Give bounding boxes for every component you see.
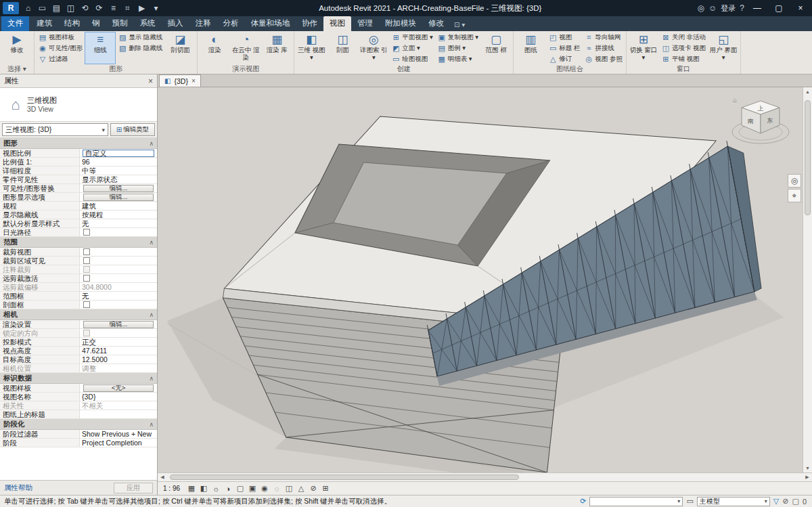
press-drag-icon[interactable]: ▢ <box>792 497 798 506</box>
active-workset-combo[interactable]: ▾ <box>589 497 683 506</box>
close-inactive-button[interactable]: ⊠关闭 非活动 <box>659 32 708 43</box>
checkbox[interactable] <box>83 229 90 236</box>
show-crop-button[interactable]: ▣ <box>246 483 258 494</box>
view-template-button[interactable]: ▤视图样板 <box>36 32 85 43</box>
vertical-scroll-thumb[interactable] <box>805 100 811 215</box>
view-tab-3d[interactable]: ◧ {3D} × <box>159 74 201 87</box>
title-block-button[interactable]: ▭标题 栏 <box>546 43 582 53</box>
ribbon-tab-9[interactable]: 体量和场地 <box>245 16 296 31</box>
viewcube[interactable]: 上 南 东 ⌂ <box>728 91 793 159</box>
ribbon-tab-12[interactable]: 管理 <box>351 16 379 31</box>
section-header[interactable]: 范围∧ <box>0 237 157 248</box>
horizontal-scrollbar[interactable]: ◀ ▶ <box>158 472 812 481</box>
legends-button[interactable]: ▤图例 ▾ <box>435 43 480 53</box>
search-icon[interactable]: ◎ <box>698 3 704 13</box>
checkbox[interactable] <box>83 248 90 255</box>
tab-views-button[interactable]: ◫选项卡 视图 <box>659 43 708 53</box>
value-input[interactable]: 自定义 <box>83 150 154 157</box>
section-header[interactable]: 相机∧ <box>0 309 157 320</box>
constraints-button[interactable]: ⊘ <box>307 483 319 494</box>
ribbon-tab-14[interactable]: 修改 <box>422 16 450 31</box>
analytical-model-button[interactable]: △ <box>295 483 307 494</box>
user-icon[interactable]: ☺ <box>708 3 717 13</box>
section-header[interactable]: 标识数据∧ <box>0 373 157 384</box>
edit-type-button[interactable]: ⊞ 编辑类型 <box>110 123 155 136</box>
cut-profile-button[interactable]: ◪剖切面 <box>164 32 196 64</box>
app-menu-icon[interactable]: R <box>3 2 19 14</box>
properties-help-link[interactable]: 属性帮助 <box>4 483 32 493</box>
visibility-graphics-button[interactable]: ◉可见性/图形 <box>36 43 85 53</box>
checkbox[interactable] <box>83 301 90 308</box>
worksharing-display-button[interactable]: ⊞ <box>319 483 332 494</box>
section-button[interactable]: ◫剖面 <box>327 32 358 64</box>
sun-path-button[interactable]: ☼ <box>210 483 222 494</box>
drafting-view-button[interactable]: ▭绘图视图 <box>389 53 434 64</box>
ribbon-tab-4[interactable]: 预制 <box>106 16 134 31</box>
horizontal-scroll-thumb[interactable] <box>170 475 519 480</box>
elevation-button[interactable]: ◩立面 ▾ <box>389 43 434 53</box>
user-interface-button[interactable]: ◱用户 界面 ▾ <box>708 32 739 64</box>
new-file-icon[interactable]: ▭ <box>35 3 49 13</box>
qat-dropdown-icon[interactable]: ▾ <box>149 3 163 13</box>
exclude-options-icon[interactable]: ⊘ <box>782 497 788 506</box>
edit-button[interactable]: 编辑... <box>83 194 154 201</box>
viewcube-home-icon[interactable]: ⌂ <box>733 96 737 104</box>
show-hidden-lines-button[interactable]: ▨显示 隐藏线 <box>116 32 164 43</box>
section-header[interactable]: 阶段化∧ <box>0 419 157 430</box>
restore-button[interactable]: ▢ <box>770 3 788 13</box>
render-in-cloud-button[interactable]: ◔在云中 渲染 <box>230 32 261 64</box>
remove-hidden-lines-button[interactable]: ▧删除 隐藏线 <box>116 43 164 53</box>
scope-box-button[interactable]: ▢范围 框 <box>480 32 512 64</box>
ribbon-tab-5[interactable]: 系统 <box>134 16 162 31</box>
scroll-right-icon[interactable]: ▶ <box>803 475 812 480</box>
edit-button[interactable]: 编辑... <box>83 185 154 192</box>
apply-button[interactable]: 应用 <box>114 483 153 493</box>
duplicate-view-button[interactable]: ▣复制视图 ▾ <box>435 32 480 43</box>
edit-button[interactable]: 编辑... <box>83 321 154 328</box>
measure-icon[interactable]: ⌗ <box>120 3 135 13</box>
modify-button[interactable]: ▶修改 <box>1 32 32 64</box>
scroll-up-icon[interactable]: ▲ <box>805 87 810 96</box>
properties-close-icon[interactable]: × <box>148 76 153 86</box>
3d-view-button[interactable]: ◧三维 视图 ▾ <box>296 32 327 64</box>
ribbon-collapse-icon[interactable]: ⊡ ▾ <box>454 21 465 31</box>
print-icon[interactable]: ≡ <box>106 3 120 13</box>
section-header[interactable]: 图形∧ <box>0 138 157 149</box>
ribbon-tab-2[interactable]: 结构 <box>58 16 86 31</box>
home-icon[interactable]: ⌂ <box>21 3 35 13</box>
horizontal-scroll-track[interactable] <box>167 473 803 481</box>
scroll-down-icon[interactable]: ▼ <box>805 464 810 472</box>
schedules-button[interactable]: ▦明细表 ▾ <box>435 53 480 64</box>
ribbon-tab-7[interactable]: 注释 <box>189 16 217 31</box>
ribbon-tab-0[interactable]: 文件 <box>1 16 29 31</box>
render-gallery-button[interactable]: ▦渲染 库 <box>261 32 292 64</box>
vertical-scrollbar[interactable]: ▲ ▼ <box>803 87 812 472</box>
checkbox[interactable] <box>83 266 90 273</box>
filter-icon[interactable]: ▽ <box>773 497 779 506</box>
reveal-hidden-button[interactable]: ◌ <box>271 483 283 494</box>
revisions-button[interactable]: △修订 <box>546 53 582 64</box>
shadows-button[interactable]: ◑ <box>222 483 234 494</box>
checkbox[interactable] <box>83 330 90 336</box>
view-tab-close-icon[interactable]: × <box>191 77 196 85</box>
ribbon-tab-10[interactable]: 协作 <box>296 16 323 31</box>
view-button[interactable]: ◰视图 <box>546 32 582 43</box>
type-selector-combo[interactable]: 三维视图: {3D} ▾ <box>2 123 108 136</box>
checkbox[interactable] <box>83 257 90 264</box>
minimize-button[interactable]: — <box>748 3 766 13</box>
ribbon-tab-1[interactable]: 建筑 <box>30 16 58 31</box>
vertical-scroll-track[interactable] <box>803 96 812 464</box>
filters-button[interactable]: ▽过滤器 <box>36 53 85 64</box>
editable-only-icon[interactable]: ▭ <box>686 497 693 506</box>
checkbox[interactable] <box>83 275 90 282</box>
help-icon[interactable]: ? <box>740 3 744 13</box>
ribbon-tab-11[interactable]: 视图 <box>323 16 351 31</box>
scale-button[interactable]: 1 : 96 <box>160 485 185 492</box>
save-icon[interactable]: ◫ <box>64 3 78 13</box>
design-option-combo[interactable]: 主模型 ▾ <box>697 497 770 506</box>
drawing-viewport[interactable]: 上 南 东 ⌂ ◎ ⌖ <box>158 87 803 472</box>
detail-level-button[interactable]: ▦ <box>185 483 198 494</box>
sign-in-button[interactable]: 登录 <box>721 3 736 14</box>
crop-view-button[interactable]: ▢ <box>234 483 246 494</box>
ribbon-tab-6[interactable]: 插入 <box>162 16 189 31</box>
